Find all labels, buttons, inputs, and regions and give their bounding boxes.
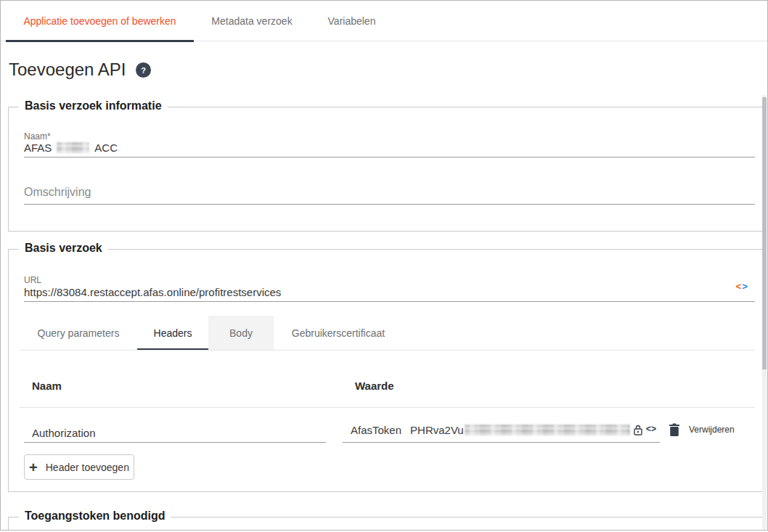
name-value-suffix: ACC (94, 142, 118, 154)
redacted-token (465, 425, 630, 435)
basic-info-section: Basis verzoek informatie Naam* AFASACC O… (8, 107, 764, 232)
header-value-field[interactable]: AfasToken PHRva2Vu <> (343, 422, 660, 438)
header-name-underline (24, 442, 326, 443)
value-field-icons: <> (634, 425, 656, 435)
vertical-scrollbar (762, 95, 767, 529)
tab-query-parameters[interactable]: Query parameters (20, 316, 137, 351)
description-field-underline (24, 204, 755, 205)
name-value-prefix: AFAS (24, 142, 52, 154)
token-scheme: AfasToken (351, 424, 401, 436)
name-field-value[interactable]: AFASACC (24, 142, 118, 154)
tab-label: Metadata verzoek (211, 15, 292, 27)
scrollbar-thumb[interactable] (762, 97, 767, 369)
active-tab-indicator (6, 40, 194, 42)
column-header-waarde: Waarde (355, 380, 394, 392)
url-field-label: URL (24, 275, 41, 285)
tab-applicatie-toevoegen[interactable]: Applicatie toevoegen of bewerken (6, 1, 194, 41)
base-request-section: Basis verzoek URL https://83084.restacce… (8, 249, 764, 492)
code-brackets-small-icon[interactable]: <> (646, 425, 656, 435)
tab-headers[interactable]: Headers (137, 316, 208, 351)
code-brackets-icon[interactable]: <> (735, 282, 748, 292)
tab-label: Variabelen (328, 15, 376, 27)
delete-button-label: Verwijderen (689, 425, 735, 435)
name-field-underline (24, 157, 755, 157)
tab-label: Gebruikerscertificaat (292, 327, 385, 339)
tabbar-divider (20, 350, 755, 351)
app-window: Applicatie toevoegen of bewerken Metadat… (0, 0, 768, 531)
table-header-divider (20, 407, 755, 408)
section-legend: Basis verzoek informatie (19, 99, 168, 112)
tab-metadata-verzoek[interactable]: Metadata verzoek (194, 1, 310, 41)
trash-icon (669, 423, 680, 437)
token-start: PHRva2Vu (410, 424, 464, 436)
access-token-section: Toegangstoken benodigd (8, 517, 764, 531)
help-icon[interactable]: ? (136, 62, 151, 78)
section-legend: Toegangstoken benodigd (19, 510, 171, 523)
tab-label: Query parameters (38, 327, 120, 339)
code-close-glyph: > (742, 282, 748, 292)
page-title: Toevoegen API (9, 60, 126, 80)
question-mark-glyph: ? (141, 66, 146, 75)
add-header-button[interactable]: + Header toevoegen (24, 454, 134, 480)
url-field-underline (24, 301, 755, 302)
delete-header-button[interactable]: Verwijderen (669, 421, 735, 438)
name-field-label: Naam* (24, 131, 51, 142)
tab-label: Headers (154, 327, 192, 339)
url-field-value[interactable]: https://83084.restaccept.afas.online/pro… (24, 286, 281, 298)
request-detail-tabbar: Query parameters Headers Body Gebruikers… (20, 316, 403, 351)
tab-body[interactable]: Body (208, 316, 274, 351)
column-header-naam: Naam (32, 380, 62, 392)
add-button-label: Header toevoegen (46, 462, 129, 473)
tab-variabelen[interactable]: Variabelen (310, 1, 393, 41)
tab-label: Body (229, 327, 253, 339)
header-value-underline (343, 442, 660, 443)
tab-label: Applicatie toevoegen of bewerken (23, 15, 176, 27)
main-tabbar: Applicatie toevoegen of bewerken Metadat… (1, 1, 767, 41)
description-field[interactable]: Omschrijving (24, 186, 91, 199)
lock-icon[interactable] (634, 425, 642, 435)
plus-icon: + (29, 460, 38, 475)
tab-gebruikerscertificaat[interactable]: Gebruikerscertificaat (274, 316, 403, 351)
section-legend: Basis verzoek (19, 242, 108, 255)
redacted-name-part (57, 142, 89, 153)
code-open-glyph: < (735, 282, 742, 292)
header-name-field[interactable]: Authorization (32, 427, 96, 439)
